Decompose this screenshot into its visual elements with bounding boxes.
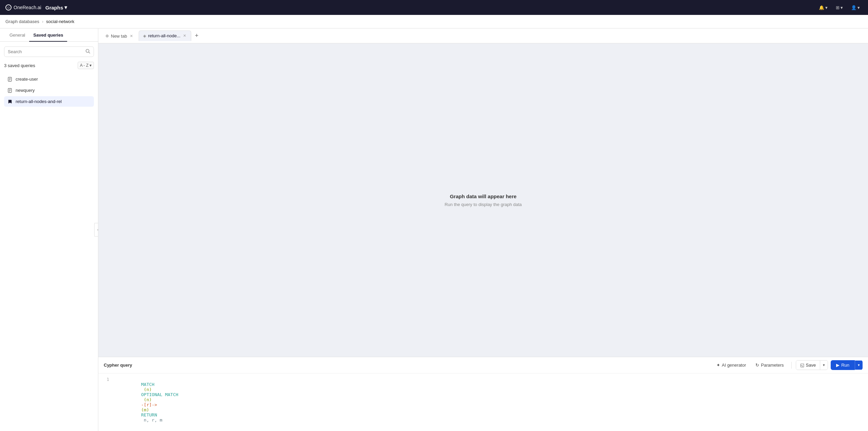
apps-chevron: ▾ — [841, 5, 843, 10]
search-input[interactable] — [8, 49, 83, 54]
sidebar-tabs: General Saved queries — [0, 28, 98, 42]
cypher-toolbar: Cypher query ✦ AI generator ↻ Parameters… — [98, 357, 868, 373]
doc-icon — [7, 77, 12, 82]
save-dropdown-button[interactable]: ▾ — [820, 361, 828, 369]
run-button-group: ▶ Run ▾ — [831, 360, 863, 370]
breadcrumb: Graph databases › social-network — [0, 15, 868, 28]
code-node-m: (m) — [141, 407, 152, 412]
tab-close-button[interactable]: ✕ — [129, 33, 134, 39]
queries-header: 3 saved queries A - Z ▾ — [4, 61, 94, 70]
breadcrumb-parent[interactable]: Graph databases — [5, 19, 39, 24]
run-button[interactable]: ▶ Run — [831, 360, 855, 370]
apps-button[interactable]: ⊞ ▾ — [833, 4, 846, 12]
bell-icon: 🔔 — [819, 5, 824, 10]
tab-new-tab[interactable]: ⊕ New tab ✕ — [101, 31, 138, 41]
keyword-match: MATCH — [141, 382, 154, 387]
query-label: newquery — [16, 88, 35, 93]
new-tab-icon: ⊕ — [105, 34, 109, 38]
logo-dot: ○ — [5, 4, 12, 11]
cypher-editor[interactable]: 1 MATCH (n) OPTIONAL MATCH (n) -[r]-> (m… — [98, 373, 868, 431]
doc-icon — [7, 88, 12, 93]
apps-icon: ⊞ — [836, 5, 840, 10]
list-item[interactable]: create-user — [4, 74, 94, 84]
tab-saved-queries[interactable]: Saved queries — [29, 28, 67, 42]
ai-generator-button[interactable]: ✦ AI generator — [713, 361, 750, 369]
right-panel: ⊕ New tab ✕ ◈ return-all-node... ✕ + Gra… — [98, 28, 868, 431]
query-label: return-all-nodes-and-rel — [16, 99, 62, 104]
tabs-bar: ⊕ New tab ✕ ◈ return-all-node... ✕ + — [98, 28, 868, 43]
cypher-area: Cypher query ✦ AI generator ↻ Parameters… — [98, 357, 868, 431]
user-chevron: ▾ — [857, 5, 860, 10]
queries-count: 3 saved queries — [4, 63, 35, 68]
divider — [791, 362, 792, 369]
save-button-group: ◱ Save ▾ — [796, 360, 828, 370]
bookmark-icon — [7, 99, 12, 104]
breadcrumb-separator: › — [42, 19, 43, 24]
tab-general[interactable]: General — [5, 28, 29, 42]
code-line[interactable]: MATCH (n) OPTIONAL MATCH (n) -[r]-> (m) … — [115, 377, 178, 428]
list-item[interactable]: return-all-nodes-and-rel — [4, 96, 94, 107]
graphs-menu-button[interactable]: Graphs ▾ — [45, 4, 67, 11]
logo-text: OneReach.ai — [14, 5, 41, 10]
logo: ○ OneReach.ai — [5, 4, 41, 11]
code-node-n: (n) — [141, 387, 154, 392]
refresh-icon: ↻ — [755, 363, 759, 368]
list-item[interactable]: newquery — [4, 85, 94, 96]
main-layout: General Saved queries 3 saved queries — [0, 28, 868, 431]
code-node-n2: (n) — [141, 397, 152, 402]
collapse-sidebar-button[interactable]: ‹ — [94, 223, 98, 237]
svg-line-1 — [89, 52, 90, 54]
sort-chevron: ▾ — [90, 63, 92, 68]
code-vars: n, r, m — [141, 417, 162, 423]
graphs-chevron: ▾ — [64, 4, 67, 11]
query-label: create-user — [16, 77, 38, 82]
tab-return-all-nodes[interactable]: ◈ return-all-node... ✕ — [139, 30, 191, 41]
save-button[interactable]: ◱ Save — [796, 361, 821, 370]
topbar-left: ○ OneReach.ai Graphs ▾ — [5, 4, 67, 11]
sort-button[interactable]: A - Z ▾ — [78, 62, 94, 69]
cypher-title: Cypher query — [104, 363, 132, 368]
parameters-button[interactable]: ↻ Parameters — [752, 361, 787, 369]
notifications-button[interactable]: 🔔 ▾ — [816, 4, 830, 12]
add-tab-button[interactable]: + — [192, 31, 201, 41]
save-icon: ◱ — [800, 363, 804, 368]
topbar: ○ OneReach.ai Graphs ▾ 🔔 ▾ ⊞ ▾ 👤 ▾ — [0, 0, 868, 15]
keyword-optional: OPTIONAL MATCH — [141, 392, 178, 397]
sidebar-content: 3 saved queries A - Z ▾ — [0, 42, 98, 431]
keyword-return: RETURN — [141, 412, 157, 417]
user-button[interactable]: 👤 ▾ — [848, 4, 863, 12]
sort-label: A - Z — [80, 63, 88, 68]
tab-label: return-all-node... — [148, 33, 180, 38]
tab-label: New tab — [111, 34, 127, 39]
user-icon: 👤 — [851, 5, 856, 10]
sidebar: General Saved queries 3 saved queries — [0, 28, 98, 431]
run-dropdown-button[interactable]: ▾ — [855, 361, 863, 370]
ai-icon: ✦ — [716, 363, 720, 368]
query-tab-icon: ◈ — [143, 34, 146, 38]
breadcrumb-current: social-network — [46, 19, 74, 24]
search-box — [4, 46, 94, 57]
cypher-actions: ✦ AI generator ↻ Parameters ◱ Save ▾ — [713, 360, 863, 370]
topbar-right: 🔔 ▾ ⊞ ▾ 👤 ▾ — [816, 4, 863, 12]
graph-empty-title: Graph data will appear here — [450, 193, 517, 199]
tab-close-button[interactable]: ✕ — [182, 33, 187, 39]
bell-chevron: ▾ — [825, 5, 828, 10]
graph-empty-subtitle: Run the query to display the graph data — [445, 202, 522, 207]
graphs-title: Graphs — [45, 5, 63, 11]
search-icon[interactable] — [85, 49, 90, 55]
run-icon: ▶ — [836, 363, 840, 368]
line-number: 1 — [104, 377, 109, 428]
code-rel-r: -[r]-> — [141, 402, 157, 407]
query-list: create-user newquery — [4, 74, 94, 107]
graph-canvas: Graph data will appear here Run the quer… — [98, 43, 868, 357]
